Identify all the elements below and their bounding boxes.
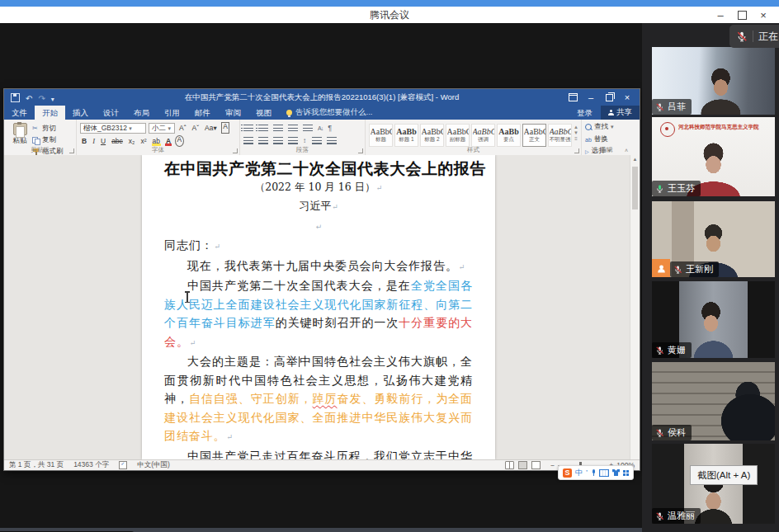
multilevel-list-button[interactable]	[273, 125, 283, 132]
sort-button[interactable]	[318, 124, 323, 132]
language-indicator[interactable]: 中文(中国)	[137, 460, 170, 470]
sogou-logo-icon[interactable]: S	[563, 468, 572, 478]
proofing-icon[interactable]	[119, 461, 127, 469]
soft-keyboard-icon[interactable]	[599, 469, 609, 477]
tab-review[interactable]: 审阅	[218, 106, 248, 120]
bullets-button[interactable]	[243, 125, 253, 132]
align-center-button[interactable]	[258, 137, 268, 144]
ribbon-display-options-button[interactable]	[564, 89, 582, 106]
share-label: 共享	[616, 107, 632, 118]
voice-input-icon[interactable]	[591, 469, 596, 476]
replace-button[interactable]: 替换	[585, 134, 628, 144]
find-button[interactable]: 查找 ▾	[585, 122, 628, 132]
minimize-button[interactable]: –	[710, 7, 731, 23]
subscript-button[interactable]: x₂	[127, 136, 137, 146]
cut-button[interactable]: 剪切	[32, 124, 64, 134]
line-spacing-button[interactable]	[303, 136, 307, 144]
scroll-up-icon[interactable]: ▲	[630, 155, 640, 163]
underline-button[interactable]: U	[99, 136, 107, 146]
tab-mailings[interactable]: 邮件	[187, 106, 218, 120]
share-button[interactable]: 共享	[601, 106, 640, 120]
tab-view[interactable]: 视图	[248, 106, 279, 120]
shrink-font-button[interactable]: Aˇ	[191, 123, 201, 133]
superscript-button[interactable]: x²	[139, 136, 148, 146]
clipboard-dialog-launcher[interactable]	[69, 148, 74, 153]
tab-home[interactable]: 开始	[35, 106, 65, 120]
participant-tile[interactable]: 黄姗	[652, 281, 775, 358]
word-close-button[interactable]: ×	[618, 89, 636, 106]
paragraph-dialog-launcher[interactable]	[358, 148, 363, 153]
italic-button[interactable]: I	[91, 136, 97, 146]
tab-references[interactable]: 引用	[157, 106, 187, 120]
style-strong[interactable]: AaBb要点	[497, 124, 521, 147]
style-heading2[interactable]: AaBbC标题 2	[420, 124, 444, 147]
word-count[interactable]: 14363 个字	[73, 460, 109, 470]
change-case-button[interactable]: Aa▾	[203, 123, 219, 133]
justify-button[interactable]	[288, 137, 298, 144]
tab-insert[interactable]: 插入	[65, 106, 96, 120]
styles-scroll-down-icon[interactable]: ▼	[574, 130, 578, 135]
participant-name-label: 黄姗	[652, 342, 692, 358]
decrease-indent-button[interactable]	[288, 125, 298, 132]
strikethrough-button[interactable]: abc	[110, 136, 125, 146]
font-size-select[interactable]: 小二 ▾	[149, 123, 175, 134]
tab-design[interactable]: 设计	[96, 106, 126, 120]
punctuation-icon[interactable]: ’	[586, 466, 588, 479]
tab-file[interactable]: 文件	[4, 106, 35, 120]
chinese-mode-icon[interactable]: 中	[575, 466, 583, 479]
word-minimize-button[interactable]: –	[582, 89, 600, 106]
tell-me-box[interactable]: 告诉我您想要做什么...	[279, 106, 380, 120]
style-subtitle[interactable]: AaBbC副标题	[446, 124, 470, 147]
redo-icon[interactable]	[38, 90, 45, 105]
style-subtle-emphasis[interactable]: AaBbC不明显强调	[548, 124, 572, 147]
grow-font-button[interactable]: Aˆ	[177, 123, 188, 133]
style-title[interactable]: AaBbC标题	[369, 124, 393, 147]
numbering-button[interactable]	[258, 125, 268, 132]
zoom-out-button[interactable]: −	[550, 461, 555, 469]
vertical-scrollbar[interactable]: ▲	[630, 155, 640, 459]
participant-tile[interactable]: 侯科	[652, 362, 775, 440]
save-icon[interactable]	[11, 93, 20, 102]
styles-gallery-expand-icon[interactable]: ≡	[574, 136, 578, 141]
undo-icon[interactable]	[26, 90, 32, 105]
styles-dialog-launcher[interactable]	[574, 148, 579, 153]
web-layout-button[interactable]	[531, 461, 541, 469]
page-indicator[interactable]: 第 1 页，共 31 页	[9, 460, 64, 470]
bold-button[interactable]: B	[80, 136, 88, 146]
align-right-button[interactable]	[273, 137, 283, 144]
align-left-button[interactable]	[243, 137, 253, 144]
print-layout-button[interactable]	[518, 461, 527, 469]
copy-button[interactable]: 复制	[32, 135, 64, 145]
enclose-characters-button[interactable]: A	[175, 135, 184, 147]
word-restore-button[interactable]	[600, 89, 618, 106]
show-marks-button[interactable]	[328, 124, 332, 132]
style-normal[interactable]: AaBbCc正文	[522, 124, 546, 147]
maximize-button[interactable]	[731, 7, 753, 23]
close-button[interactable]: ×	[753, 7, 774, 23]
font-family-select[interactable]: 楷体_GB2312 ▾	[80, 123, 146, 134]
collapse-ribbon-icon[interactable]: ˄	[625, 148, 628, 153]
qat-dropdown-icon[interactable]	[51, 90, 54, 105]
scrollbar-thumb[interactable]	[632, 167, 638, 210]
tab-layout[interactable]: 布局	[126, 106, 157, 120]
style-emphasis[interactable]: AaBbC强调	[471, 124, 495, 147]
font-dialog-launcher[interactable]	[233, 148, 238, 153]
participant-tile[interactable]: 王新刚	[652, 201, 775, 277]
participant-tile[interactable]: 河北科技师范学院马克思主义学院 王玉芬	[652, 117, 775, 196]
skin-icon[interactable]	[612, 469, 620, 476]
participant-tile[interactable]: 吕菲	[652, 47, 775, 115]
sign-in-button[interactable]: 登录	[569, 106, 601, 120]
shading-button[interactable]	[312, 137, 322, 144]
read-mode-button[interactable]	[505, 461, 514, 469]
increase-indent-button[interactable]	[303, 125, 313, 132]
borders-button[interactable]	[327, 137, 337, 144]
font-color-button[interactable]: A	[164, 136, 172, 146]
styles-scroll-up-icon[interactable]: ▲	[574, 125, 578, 129]
character-border-button[interactable]: A	[221, 122, 230, 134]
document-page[interactable]: 在中国共产党第二十次全国代表大会上的报告 （2022 年 10 月 16 日） …	[142, 155, 495, 459]
toolbox-icon[interactable]	[623, 470, 629, 476]
highlight-color-button[interactable]: ab	[151, 136, 162, 146]
recording-indicator[interactable]: 正在	[729, 25, 779, 48]
paste-button[interactable]: 粘贴	[7, 122, 32, 146]
style-heading1[interactable]: AaBb标题 1	[394, 124, 418, 147]
